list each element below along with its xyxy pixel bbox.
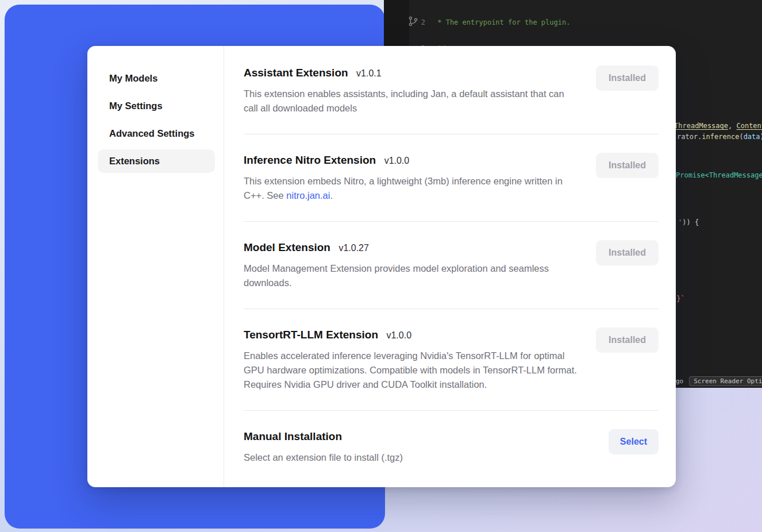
settings-sidebar: My Models My Settings Advanced Settings … — [87, 46, 224, 487]
extension-row-nitro: Inference Nitro Extension v1.0.0 This ex… — [244, 134, 659, 222]
extension-version: v1.0.27 — [338, 243, 368, 253]
extension-version: v1.0.0 — [386, 330, 411, 340]
installed-button[interactable]: Installed — [596, 65, 659, 91]
editor-status-bar: go Screen Reader Optimize — [676, 376, 762, 386]
extension-title: Model Extension — [244, 241, 330, 253]
extension-title: Assistant Extension — [244, 67, 348, 79]
nitro-link[interactable]: nitro.jan.ai. — [286, 190, 333, 201]
select-file-button[interactable]: Select — [609, 429, 659, 454]
sidebar-item-extensions[interactable]: Extensions — [98, 149, 215, 173]
status-text: go — [676, 377, 683, 385]
extension-version: v1.0.0 — [384, 156, 410, 165]
page-background: 2 * The entrypoint for the plugin. 3 */ … — [0, 0, 762, 532]
extensions-panel: Assistant Extension v1.0.1 This extensio… — [224, 46, 676, 487]
extension-row-assistant: Assistant Extension v1.0.1 This extensio… — [244, 47, 659, 134]
code-fragment: rator.inference(data)); — [677, 132, 762, 141]
manual-installation-row: Manual Installation Select an extension … — [244, 411, 659, 483]
extension-row-tensorrt: TensortRT-LLM Extension v1.0.0 Enables a… — [244, 309, 659, 411]
extension-description: Enables accelerated inference leveraging… — [244, 349, 577, 392]
sidebar-item-my-models[interactable]: My Models — [98, 67, 215, 90]
settings-modal: My Models My Settings Advanced Settings … — [87, 46, 676, 487]
extension-description: Model Management Extension provides mode… — [244, 261, 577, 290]
extension-title: Inference Nitro Extension — [244, 154, 376, 166]
code-fragment: ')) { — [678, 218, 699, 227]
line-number: 2 — [409, 18, 425, 28]
installed-button[interactable]: Installed — [596, 240, 659, 265]
sidebar-item-my-settings[interactable]: My Settings — [98, 94, 215, 118]
extension-description: This extension embeds Nitro, a lightweig… — [244, 174, 577, 203]
extension-version: v1.0.1 — [356, 68, 382, 78]
extension-title: TensortRT-LLM Extension — [244, 329, 378, 341]
manual-installation-title: Manual Installation — [244, 430, 342, 442]
screen-reader-chip: Screen Reader Optimize — [689, 376, 762, 386]
sidebar-item-advanced-settings[interactable]: Advanced Settings — [98, 122, 215, 145]
installed-button[interactable]: Installed — [596, 327, 659, 353]
installed-button[interactable]: Installed — [596, 153, 659, 178]
extension-description: This extension enables assistants, inclu… — [244, 87, 577, 115]
code-line: 2 * The entrypoint for the plugin. — [409, 18, 762, 28]
extension-row-model: Model Extension v1.0.27 Model Management… — [244, 222, 659, 309]
code-fragment: Promise<ThreadMessage> — [676, 171, 762, 180]
manual-installation-description: Select an extension file to install (.tg… — [244, 450, 403, 465]
